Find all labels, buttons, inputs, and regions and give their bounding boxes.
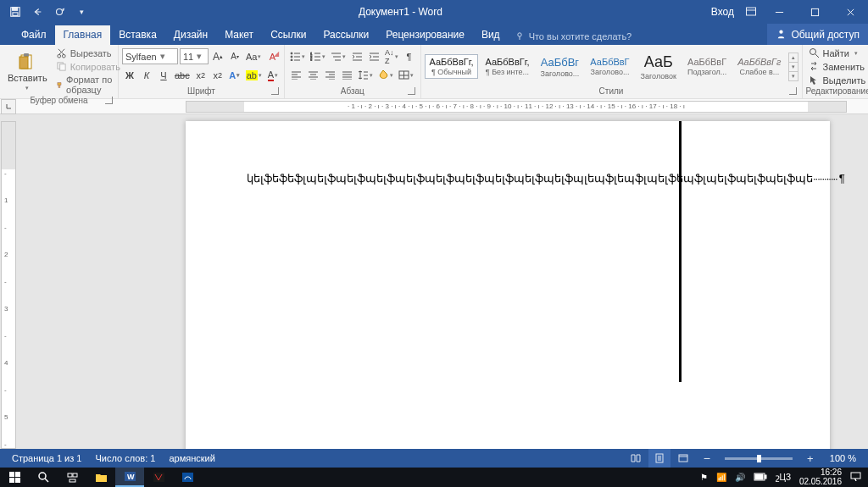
tray-language[interactable]: շЦЗ [776, 473, 791, 482]
style-subtitle[interactable]: АаБбВвГПодзагол... [683, 55, 731, 78]
select-button[interactable]: Выделить▾ [806, 74, 868, 86]
style-title[interactable]: АаБЗаголовок [637, 52, 681, 82]
zoom-in-button[interactable]: + [799, 449, 821, 468]
tray-wifi-icon[interactable]: 📶 [716, 473, 726, 482]
login-button[interactable]: Вход [704, 6, 741, 18]
tab-review[interactable]: Рецензирование [377, 25, 473, 45]
page-count[interactable]: Страница 1 из 1 [5, 453, 88, 463]
align-right-button[interactable] [322, 67, 337, 83]
zoom-level[interactable]: 100 % [823, 453, 863, 463]
redo-icon[interactable] [49, 2, 70, 22]
app-taskbar-2[interactable] [173, 468, 202, 487]
language-status[interactable]: армянский [162, 453, 221, 463]
maximize-button[interactable] [797, 0, 832, 24]
print-layout-button[interactable] [648, 449, 670, 468]
style-heading1[interactable]: АаБбВгЗаголово... [536, 54, 583, 80]
superscript-button[interactable]: x2 [210, 67, 225, 83]
close-button[interactable] [832, 0, 868, 24]
document-text[interactable]: կելֆեֆեֆլպելֆպելֆպելֆպելֆպելֆպելֆպելֆպել… [247, 172, 845, 185]
style-subtle-emphasis[interactable]: АаБбВвГгСлабое в... [733, 55, 785, 78]
align-left-button[interactable] [288, 67, 303, 83]
line-spacing-button[interactable] [356, 67, 375, 83]
justify-button[interactable] [339, 67, 354, 83]
underline-button[interactable]: Ч [156, 67, 171, 83]
styles-row-down-icon[interactable]: ▾ [789, 62, 798, 71]
font-family-select[interactable]: Sylfaen▾ [122, 48, 178, 64]
document-area: -1-2-3-4-5-6-7 կելֆեֆեֆլպելֆպելֆպելֆպելֆ… [0, 114, 868, 449]
tray-clock[interactable]: 16:2602.05.2016 [799, 468, 842, 486]
read-mode-button[interactable] [625, 449, 647, 468]
tray-battery-icon[interactable] [754, 473, 767, 483]
style-heading2[interactable]: АаБбВвГЗаголово... [586, 55, 633, 78]
clear-format-button[interactable]: A◢ [264, 48, 280, 64]
word-taskbar[interactable]: W [115, 468, 144, 487]
undo-icon[interactable] [27, 2, 47, 22]
tab-mailings[interactable]: Рассылки [314, 25, 377, 45]
show-marks-button[interactable]: ¶ [402, 48, 417, 64]
tab-insert[interactable]: Вставка [110, 25, 165, 45]
search-taskbar-button[interactable] [29, 468, 58, 487]
zoom-out-button[interactable]: − [696, 449, 718, 468]
document-page[interactable]: կելֆեֆեֆլպելֆպելֆպելֆպելֆպելֆպելֆպելֆպել… [186, 121, 830, 449]
format-painter-button[interactable]: Формат по образцу [54, 74, 122, 96]
clipboard-launcher-icon[interactable] [105, 97, 113, 104]
replace-button[interactable]: Заменить [806, 60, 868, 73]
style-no-spacing[interactable]: АаБбВвГг,¶ Без инте... [481, 55, 533, 78]
paragraph-launcher-icon[interactable] [408, 87, 415, 95]
tab-file[interactable]: Файл [13, 25, 55, 45]
increase-indent-button[interactable] [366, 48, 381, 64]
numbering-button[interactable]: 123 [309, 48, 327, 64]
cut-button[interactable]: Вырезать [54, 47, 122, 59]
tray-volume-icon[interactable]: 🔊 [735, 473, 745, 482]
horizontal-ruler[interactable]: · 1 · ı · 2 · ı · 3 · ı · 4 · ı · 5 · ı … [186, 101, 847, 113]
align-center-button[interactable] [305, 67, 320, 83]
tab-design[interactable]: Дизайн [165, 25, 216, 45]
file-explorer-taskbar[interactable] [86, 468, 115, 487]
multilevel-list-button[interactable] [329, 48, 348, 64]
app-taskbar-1[interactable] [144, 468, 173, 487]
sort-button[interactable]: A↓Z [383, 48, 400, 64]
ribbon-options-icon[interactable] [741, 2, 761, 22]
style-normal[interactable]: АаБбВвГг,¶ Обычный [425, 54, 479, 79]
tray-flag-icon[interactable]: ⚑ [700, 473, 708, 482]
paste-button[interactable]: Вставить▾ [3, 51, 52, 91]
strikethrough-button[interactable]: abc [173, 67, 192, 83]
styles-row-up-icon[interactable]: ▴ [789, 53, 798, 62]
tab-view[interactable]: Вид [473, 25, 509, 45]
subscript-button[interactable]: x2 [193, 67, 209, 83]
save-icon[interactable] [5, 2, 25, 22]
borders-button[interactable] [397, 67, 415, 83]
zoom-slider[interactable] [725, 457, 793, 460]
tab-references[interactable]: Ссылки [262, 25, 314, 45]
web-layout-button[interactable] [672, 449, 694, 468]
change-case-button[interactable]: Aa [244, 48, 263, 64]
styles-launcher-icon[interactable] [789, 87, 797, 95]
action-center-icon[interactable] [850, 471, 861, 484]
decrease-indent-button[interactable] [349, 48, 364, 64]
decrease-font-button[interactable]: A▾ [227, 48, 242, 64]
copy-button[interactable]: Копировать [54, 60, 122, 73]
vertical-line-object[interactable] [679, 121, 682, 382]
bullets-button[interactable] [288, 48, 307, 64]
minimize-button[interactable] [761, 0, 797, 24]
qat-dropdown-icon[interactable]: ▾ [71, 2, 92, 22]
italic-button[interactable]: К [139, 67, 154, 83]
start-button[interactable] [0, 468, 29, 487]
font-launcher-icon[interactable] [271, 87, 279, 95]
share-button[interactable]: Общий доступ [767, 24, 868, 45]
increase-font-button[interactable]: A▴ [210, 48, 225, 64]
vertical-ruler[interactable]: -1-2-3-4-5-6-7 [1, 121, 16, 449]
tab-layout[interactable]: Макет [216, 25, 262, 45]
font-size-select[interactable]: 11▾ [180, 48, 209, 64]
text-effects-button[interactable]: A [227, 67, 242, 83]
shading-button[interactable] [376, 67, 395, 83]
font-color-button[interactable]: A [265, 67, 281, 83]
tab-home[interactable]: Главная [55, 25, 111, 45]
bold-button[interactable]: Ж [122, 67, 137, 83]
task-view-button[interactable] [58, 468, 86, 487]
find-button[interactable]: Найти▾ [806, 47, 868, 59]
word-count[interactable]: Число слов: 1 [88, 453, 162, 463]
tell-me-box[interactable]: Что вы хотите сделать? [509, 28, 639, 45]
highlight-button[interactable]: ab [244, 67, 264, 83]
styles-expand-icon[interactable]: ▾ [789, 71, 798, 80]
